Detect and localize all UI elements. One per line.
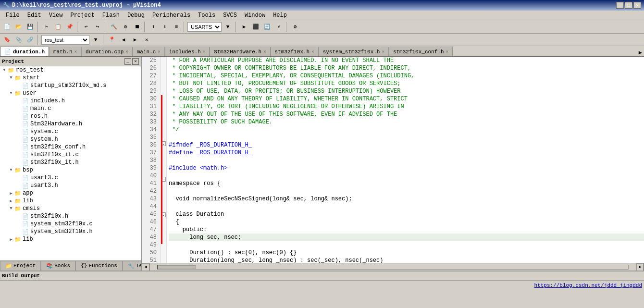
toggle-app[interactable]: ▶ <box>8 190 14 197</box>
tab-includes-h[interactable]: includes.h ✕ <box>165 47 210 56</box>
code-editor[interactable]: 25 26 27 28 29 30 31 32 33 34 35 36 37 3… <box>142 57 644 263</box>
sidebar-minimize-btn[interactable]: _ <box>124 58 131 65</box>
tree-lib[interactable]: ▶ 📁 lib <box>0 197 141 205</box>
tab-close-duration-cpp[interactable]: ✕ <box>125 49 128 54</box>
toggle-cmsis[interactable]: ▼ <box>8 205 14 212</box>
toggle-bsp[interactable]: ▼ <box>8 167 14 173</box>
redo-button[interactable]: ↪ <box>92 22 103 32</box>
paste-button[interactable]: 📌 <box>64 22 75 32</box>
bookmark-button[interactable]: 📍 <box>107 35 117 45</box>
tree-sys-stm32-c[interactable]: 📄 system_stm32f10x.c <box>0 220 141 228</box>
build-button[interactable]: 🔨 <box>109 22 119 32</box>
tb2-btn1[interactable]: 🔖 <box>2 35 12 45</box>
next-bookmark[interactable]: ▶ <box>130 35 140 45</box>
debug-start-button[interactable]: ▶ <box>239 22 249 32</box>
tab-duration-cpp[interactable]: duration.cpp ✕ <box>81 47 133 56</box>
toggle-user[interactable]: ▼ <box>8 90 14 97</box>
tree-stm32hw[interactable]: 📄 Stm32Hardware.h <box>0 120 141 128</box>
close-button[interactable]: ✕ <box>633 2 641 9</box>
tab-math-h[interactable]: math.h ✕ <box>49 47 81 56</box>
tree-usart3-c[interactable]: 📄 usart3.c <box>0 174 141 182</box>
menu-flash[interactable]: Flash <box>99 11 124 20</box>
tab-close-includes[interactable]: ✕ <box>203 49 205 54</box>
tab-stm32f10x-h[interactable]: stm32f10x.h ✕ <box>271 47 319 56</box>
maximize-button[interactable]: □ <box>625 2 632 9</box>
tree-usart3-h[interactable]: 📄 usart3.h <box>0 182 141 189</box>
menu-edit[interactable]: Edit <box>24 11 45 20</box>
bottom-tab-functions[interactable]: {} Functions <box>75 261 123 271</box>
new-file-button[interactable]: 📄 <box>2 22 12 32</box>
bottom-tab-project[interactable]: 📁 Project <box>0 261 41 271</box>
cut-button[interactable]: ✂ <box>41 22 52 32</box>
rebuild-button[interactable]: ⚙ <box>120 22 131 32</box>
fold-marker-46[interactable]: - <box>161 212 166 217</box>
tree-root[interactable]: ▼ 📁 ros_test <box>0 66 141 74</box>
clear-bookmarks[interactable]: ✕ <box>141 35 152 45</box>
outdent-button[interactable]: ⬇ <box>160 22 170 32</box>
menu-window[interactable]: Window <box>241 11 269 20</box>
tree-stm32f10x-h[interactable]: 📄 stm32f10x.h <box>0 212 141 220</box>
tab-scroll-right[interactable]: ▶ <box>639 49 642 56</box>
tree-cmsis[interactable]: ▼ 📁 cmsis <box>0 205 141 212</box>
tree-app[interactable]: ▶ 📁 app <box>0 189 141 197</box>
tab-conf-h[interactable]: stm32f10x_conf.h ✕ <box>389 47 453 56</box>
menu-file[interactable]: File <box>2 11 24 20</box>
tree-system-h[interactable]: 📄 system.h <box>0 136 141 143</box>
tab-close-conf[interactable]: ✕ <box>446 49 448 54</box>
menu-help[interactable]: Help <box>269 11 291 20</box>
fold-marker-41[interactable]: - <box>161 177 166 182</box>
toggle-root[interactable]: ▼ <box>1 67 8 74</box>
tree-startup[interactable]: 📄 startup_stm32f10x_md.s <box>0 82 141 89</box>
open-button[interactable]: 📂 <box>13 22 24 32</box>
hscroll-right-btn[interactable]: ▶ <box>636 263 644 271</box>
tree-main-c[interactable]: 📄 main.c <box>0 105 141 112</box>
hscroll-track[interactable] <box>157 265 629 270</box>
hscroll-left-btn[interactable]: ◀ <box>142 263 149 271</box>
bottom-tab-templates[interactable]: 🔧 Templates <box>123 261 142 271</box>
tab-close-main-c[interactable]: ✕ <box>158 49 160 54</box>
project-select[interactable]: ros_test <box>41 35 89 45</box>
sidebar-close-btn[interactable]: ✕ <box>132 58 139 65</box>
tree-user[interactable]: ▼ 📁 user <box>0 89 141 97</box>
proj-select-btn[interactable]: ▼ <box>90 35 101 45</box>
toggle-lib[interactable]: ▶ <box>8 197 14 204</box>
copy-button[interactable]: 📋 <box>53 22 63 32</box>
align-button[interactable]: ≡ <box>171 22 182 32</box>
indent-button[interactable]: ⬆ <box>148 22 159 32</box>
reset-button[interactable]: 🔄 <box>262 22 272 32</box>
stop-button[interactable]: ⏹ <box>132 22 142 32</box>
tree-system-c[interactable]: 📄 system.c <box>0 128 141 136</box>
tab-system-stm32[interactable]: system_stm32f10x.h ✕ <box>319 47 389 56</box>
tab-close-math[interactable]: ✕ <box>74 49 77 54</box>
menu-project[interactable]: Project <box>66 11 98 20</box>
settings-button[interactable]: ⚙ <box>290 22 300 32</box>
tree-bsp[interactable]: ▼ 📁 bsp <box>0 166 141 174</box>
menu-tools[interactable]: Tools <box>194 11 219 20</box>
tb2-btn2[interactable]: 📎 <box>13 35 24 45</box>
power-button[interactable]: ⚡ <box>273 22 284 32</box>
tab-close-stm32f10x[interactable]: ✕ <box>311 49 314 54</box>
tree-conf-h[interactable]: 📄 stm32f10x_conf.h <box>0 143 141 151</box>
tab-close-system-stm32[interactable]: ✕ <box>382 49 384 54</box>
menu-peripherals[interactable]: Peripherals <box>149 11 194 20</box>
target-options-button[interactable]: ▼ <box>223 22 233 32</box>
tab-duration-h[interactable]: 📄 duration.h <box>0 47 49 56</box>
tab-stm32hardware[interactable]: Stm32Hardware.h ✕ <box>210 47 270 56</box>
tree-it-h[interactable]: 📄 stm32f10x_it.h <box>0 159 141 166</box>
tree-includes-h[interactable]: 📄 includes.h <box>0 97 141 105</box>
target-select[interactable]: USARTS <box>187 22 222 32</box>
tree-it-c[interactable]: 📄 stm32f10x_it.c <box>0 151 141 159</box>
save-button[interactable]: 💾 <box>25 22 36 32</box>
tab-close-stm32hw[interactable]: ✕ <box>263 49 266 54</box>
undo-button[interactable]: ↩ <box>81 22 91 32</box>
menu-debug[interactable]: Debug <box>124 11 149 20</box>
code-lines[interactable]: * FOR A PARTICULAR PURPOSE ARE DISCLAIME… <box>167 57 644 263</box>
window-controls[interactable]: _ □ ✕ <box>616 2 641 9</box>
prev-bookmark[interactable]: ◀ <box>118 35 129 45</box>
tree-sys-stm32-h[interactable]: 📄 system_stm32f10x.h <box>0 228 141 235</box>
tb2-btn3[interactable]: 🔗 <box>25 35 36 45</box>
tree-lib2[interactable]: ▶ 📁 lib <box>0 235 141 243</box>
minimize-button[interactable]: _ <box>616 2 624 9</box>
tree-start[interactable]: ▼ 📁 start <box>0 74 141 82</box>
menu-svcs[interactable]: SVCS <box>219 11 241 20</box>
